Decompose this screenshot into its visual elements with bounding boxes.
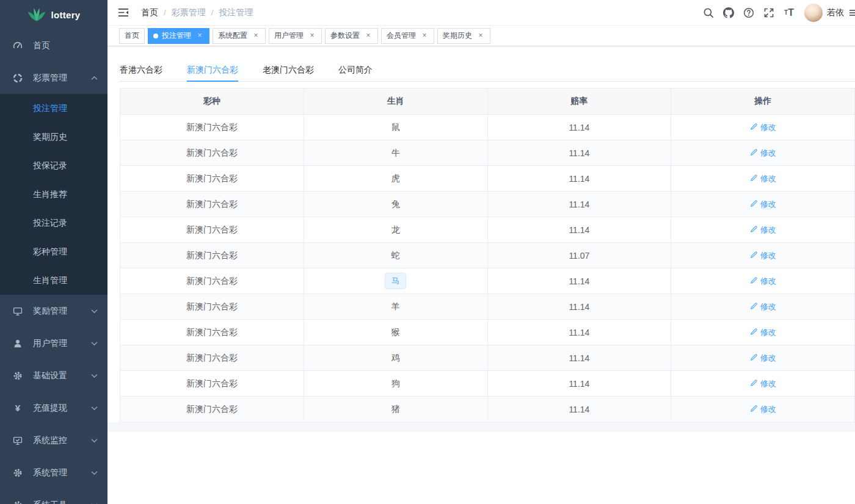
tag-draw-history[interactable]: 奖期历史×: [437, 28, 490, 44]
sidebar-item-recharge-withdraw[interactable]: ¥充值提现: [0, 392, 107, 424]
chevron-down-icon: [91, 406, 98, 411]
tag-home[interactable]: 首页: [119, 28, 145, 44]
table-row-dragon: 新澳门六合彩龙11.14修改: [120, 217, 855, 243]
user-name[interactable]: 若依: [827, 7, 844, 18]
search-icon[interactable]: [700, 5, 716, 21]
cell-actions: 修改: [671, 192, 855, 217]
github-icon[interactable]: [721, 5, 737, 21]
help-icon[interactable]: [741, 5, 757, 21]
chevron-down-icon: [91, 309, 98, 314]
edit-button[interactable]: 修改: [750, 199, 776, 210]
cell-actions: 修改: [671, 397, 855, 422]
cell-actions: 修改: [671, 166, 855, 192]
sidebar-subitem-bet-manage[interactable]: 投注管理: [0, 94, 107, 123]
chevron-down-icon: [91, 341, 98, 346]
rates-table: 彩种生肖赔率操作 新澳门六合彩鼠11.14修改新澳门六合彩牛11.14修改新澳门…: [120, 88, 855, 422]
disc-icon: [12, 73, 23, 83]
edit-icon: [750, 225, 758, 235]
edit-button[interactable]: 修改: [750, 250, 776, 261]
monitor-check-icon: [12, 436, 23, 445]
sidebar-item-label: 奖励管理: [33, 306, 91, 317]
tag-member-manage[interactable]: 会员管理×: [381, 28, 434, 44]
sidebar-subitem-draw-history[interactable]: 奖期历史: [0, 123, 107, 151]
sidebar-item-lottery-manage[interactable]: 彩票管理: [0, 62, 107, 94]
tab-hk-lottery[interactable]: 香港六合彩: [120, 57, 162, 81]
edit-icon: [750, 328, 758, 337]
edit-icon: [750, 379, 758, 389]
sidebar-subitem-zodiac-manage[interactable]: 生肖管理: [0, 266, 107, 295]
tag-param-settings[interactable]: 参数设置×: [325, 28, 378, 44]
font-size-icon[interactable]: TT: [781, 5, 797, 21]
edit-button[interactable]: 修改: [750, 404, 776, 415]
sidebar-item-system-monitor[interactable]: 系统监控: [0, 424, 107, 456]
edit-button[interactable]: 修改: [750, 173, 776, 184]
edit-button[interactable]: 修改: [750, 276, 776, 287]
table-row-tiger: 新澳门六合彩虎11.14修改: [120, 166, 855, 192]
tab-old-macau-lottery[interactable]: 老澳门六合彩: [263, 57, 314, 81]
edit-icon: [750, 148, 758, 158]
cell-lottery: 新澳门六合彩: [120, 217, 304, 243]
sidebar-subitem-bet-records[interactable]: 投注记录: [0, 209, 107, 237]
edit-button[interactable]: 修改: [750, 378, 776, 389]
sidebar-item-label: 系统监控: [33, 435, 91, 446]
close-icon[interactable]: ×: [364, 32, 373, 40]
cell-rate: 11.07: [487, 243, 671, 268]
edit-label: 修改: [760, 199, 776, 210]
close-icon[interactable]: ×: [420, 32, 429, 40]
close-icon[interactable]: ×: [308, 32, 316, 40]
cell-rate: 11.14: [487, 371, 671, 397]
close-icon[interactable]: ×: [252, 32, 260, 40]
cell-zodiac: 马: [304, 268, 487, 294]
cell-lottery: 新澳门六合彩: [120, 166, 304, 192]
close-icon[interactable]: ×: [195, 32, 204, 40]
logo[interactable]: lottery: [0, 0, 107, 29]
avatar[interactable]: [804, 4, 823, 22]
chevron-down-icon: [91, 373, 98, 378]
cell-lottery: 新澳门六合彩: [120, 320, 304, 345]
edit-button[interactable]: 修改: [750, 353, 776, 364]
sidebar-item-home[interactable]: 首页: [0, 29, 107, 62]
edit-button[interactable]: 修改: [750, 301, 776, 312]
edit-button[interactable]: 修改: [750, 148, 776, 159]
sidebar-item-base-settings[interactable]: 基础设置: [0, 359, 107, 392]
close-icon[interactable]: ×: [476, 32, 485, 40]
yen-icon: ¥: [12, 403, 23, 412]
cell-zodiac: 龙: [304, 217, 487, 243]
cell-zodiac: 鼠: [304, 115, 487, 140]
edit-label: 修改: [760, 327, 776, 338]
sidebar-item-system-manage[interactable]: 系统管理: [0, 456, 107, 489]
sidebar-subitem-lottery-type-manage[interactable]: 彩种管理: [0, 237, 107, 266]
edit-label: 修改: [760, 301, 776, 312]
edit-button[interactable]: 修改: [750, 327, 776, 338]
zodiac-badge[interactable]: 马: [385, 273, 406, 289]
fullscreen-icon[interactable]: [761, 5, 777, 21]
tab-new-macau-lottery[interactable]: 新澳门六合彩: [187, 57, 238, 81]
edit-label: 修改: [760, 353, 776, 364]
tag-user-manage[interactable]: 用户管理×: [269, 28, 322, 44]
cell-rate: 11.14: [487, 192, 671, 217]
sidebar-fold-icon[interactable]: [118, 8, 129, 17]
sidebar-subitem-zodiac-recommend[interactable]: 生肖推荐: [0, 180, 107, 209]
breadcrumb-item-0[interactable]: 首页: [141, 7, 158, 18]
gear-icon: [12, 468, 23, 478]
tab-company-intro[interactable]: 公司简介: [338, 57, 373, 81]
tag-bet-manage[interactable]: 投注管理×: [148, 28, 209, 44]
edit-button[interactable]: 修改: [750, 122, 776, 133]
edit-button[interactable]: 修改: [750, 225, 776, 236]
column-header-1: 生肖: [304, 88, 487, 115]
sidebar-item-user-manage[interactable]: 用户管理: [0, 327, 107, 359]
tag-system-config[interactable]: 系统配置×: [213, 28, 266, 44]
cell-actions: 修改: [671, 345, 855, 371]
sidebar-item-reward-manage[interactable]: 奖励管理: [0, 295, 107, 327]
sidebar-subitem-insure-records[interactable]: 投保记录: [0, 151, 107, 180]
sidebar: lottery 首页彩票管理投注管理奖期历史投保记录生肖推荐投注记录彩种管理生肖…: [0, 0, 107, 504]
main-content: 香港六合彩新澳门六合彩老澳门六合彩公司简介 彩种生肖赔率操作 新澳门六合彩鼠11…: [107, 46, 855, 504]
cell-rate: 11.14: [487, 294, 671, 320]
edit-icon: [750, 353, 758, 363]
edit-label: 修改: [760, 276, 776, 287]
cell-rate: 11.14: [487, 115, 671, 140]
gear-icon: [12, 371, 23, 381]
sidebar-item-system-tools[interactable]: 系统工具: [0, 489, 107, 504]
edit-icon: [750, 123, 758, 132]
user-menu-icon[interactable]: [849, 9, 855, 17]
